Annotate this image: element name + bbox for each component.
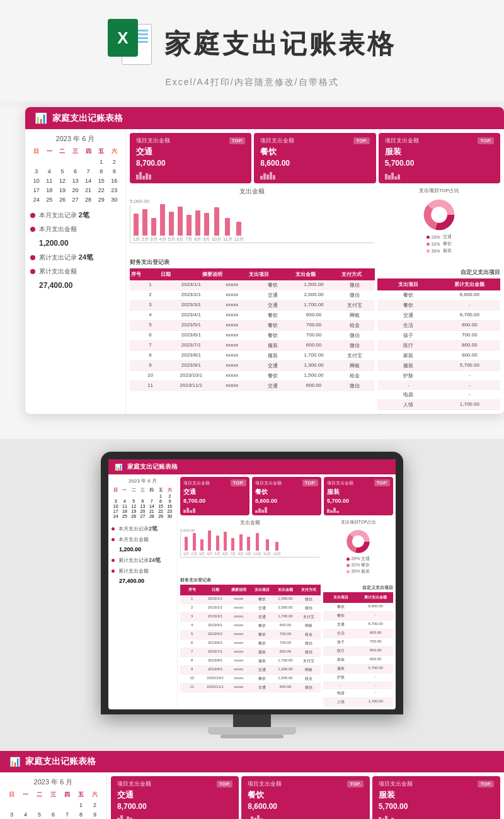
- stat-total-records: 累计支出记录 24笔: [30, 253, 120, 262]
- bottom-card-clothing: 项目支出金额 TOP. 服装 5,700.00: [372, 776, 500, 819]
- bottom-calendar-header: 2023 年 6 月: [5, 777, 101, 787]
- monitor-sheet-title: 家庭支出记账表格: [127, 462, 178, 471]
- monitor-wrapper: 📊 家庭支出记账表格 2023 年 6 月 日 一二三 四五 六 12: [101, 452, 403, 738]
- main-table: 序号 日期 摘要说明 支出项目 支出金额 支付方式 12023/1/1xxxxx…: [130, 268, 375, 410]
- monitor-charts-row: 支出金额 5,000.00 1月 2月 3月 4月 5月 6月 7月: [180, 519, 393, 575]
- stat-monthly-amount-value: 1,200.00: [39, 239, 120, 248]
- calendar-grid: 日 一 二 三 四 五 六 1 2 3 4 5 6: [30, 146, 120, 204]
- bar-may: 5月: [168, 212, 175, 243]
- bottom-top-cards: 项目支出金额 TOP. 交通 8,700.00: [111, 776, 500, 819]
- stat-monthly-records: 本月支出记录 2笔: [30, 210, 120, 220]
- table-row: 82023/8/1xxxxx服装1,700.00支付宝: [130, 351, 375, 361]
- table-row: 人情1,700.00: [377, 400, 500, 410]
- top-card-transport: 项目支出金额 TOP. 交通 8,700.00: [130, 133, 251, 183]
- top-preview-area: 📊 家庭支出记账表格 2023 年 6 月 日 一 二 三 四 五 六: [0, 107, 504, 439]
- table-row: 72023/7/1xxxxx服装600.00微信: [130, 341, 375, 351]
- monitor-left: 2023 年 6 月 日 一二三 四五 六 12 3456789 1011121…: [108, 474, 178, 709]
- main-title: 家庭支出记账表格: [164, 26, 396, 62]
- monitor-frame: 📊 家庭支出记账表格 2023 年 6 月 日 一二三 四五 六 12: [101, 452, 403, 714]
- donut-chart-container: 支出项目TOP占比: [378, 187, 500, 255]
- sheet-left-panel: 2023 年 6 月 日 一 二 三 四 五 六 1 2 3: [25, 129, 126, 414]
- top-sheet-preview: 📊 家庭支出记账表格 2023 年 6 月 日 一 二 三 四 五 六: [25, 107, 504, 414]
- bottom-left-panel: 2023 年 6 月 日 一 二 三 四 五 六 1 2 3: [0, 772, 107, 819]
- table-row: 交通8,700.00: [377, 311, 500, 321]
- bottom-card-transport: 项目支出金额 TOP. 交通 8,700.00: [111, 776, 239, 819]
- table-row: 12023/1/1xxxxx餐饮1,500.00微信: [130, 280, 375, 290]
- bar-apr: 4月: [159, 204, 166, 243]
- stats-block: 本月支出记录 2笔 本月支出金额 1,200.00 累计支出记录 24笔: [30, 210, 120, 290]
- donut-legend: 29% 交通 32% 餐饮 39% 服装: [427, 234, 451, 255]
- stat-total-amount-value: 27,400.00: [39, 281, 120, 290]
- table-row: 电器-: [377, 390, 500, 400]
- sheet-header-top: 📊 家庭支出记账表格: [25, 107, 504, 129]
- bar-nov: 11月: [223, 218, 232, 243]
- bottom-sheet: 📊 家庭支出记账表格 2023 年 6 月 日 一 二 三 四 五 六: [0, 751, 504, 819]
- bar-dec: 12月: [234, 222, 244, 243]
- side-table: 自定义支出项目 支出项目 累计支出金额 餐饮8,600.00 餐饮- 交通8,7…: [377, 268, 500, 410]
- monitor-top-cards: 项目支出金额 TOP. 交通 8,700.00: [180, 477, 393, 515]
- svg-point-7: [353, 536, 364, 547]
- donut-title: 支出项目TOP占比: [419, 187, 459, 194]
- sheet-body-top: 2023 年 6 月 日 一 二 三 四 五 六 1 2 3: [25, 129, 504, 414]
- monitor-chart-icon: 📊: [115, 464, 122, 471]
- bar-chart-title: 支出金额: [130, 187, 374, 196]
- table-row: 52023/5/1xxxxx餐饮700.00租金: [130, 321, 375, 331]
- table-section-title: 财务支出登记表: [130, 258, 500, 266]
- bar-aug: 8月: [194, 210, 201, 243]
- excel-icon: X: [108, 19, 152, 69]
- table-row: 家装600.00: [377, 351, 500, 361]
- header-top: X 家庭支出记账表格: [108, 19, 396, 69]
- bar-jun: 6月: [177, 207, 184, 243]
- table-row: 42023/4/1xxxxx餐饮600.00网银: [130, 311, 375, 321]
- bottom-calendar-grid: 日 一 二 三 四 五 六 1 2 3 4 5 6: [5, 789, 101, 819]
- monitor-sheet-header: 📊 家庭支出记账表格: [108, 459, 396, 474]
- donut-svg: [420, 196, 458, 234]
- table-row: --: [377, 381, 500, 390]
- monitor-section: 📊 家庭支出记账表格 2023 年 6 月 日 一二三 四五 六 12: [0, 439, 504, 751]
- bar-sep: 9月: [203, 213, 210, 243]
- monitor-calendar: 日 一二三 四五 六 12 3456789 10111213141516 171…: [112, 487, 174, 518]
- monitor-right: 项目支出金额 TOP. 交通 8,700.00: [178, 474, 396, 709]
- monitor-stand: [220, 735, 284, 738]
- bar-mar: 3月: [151, 218, 158, 243]
- table-row: 孩子700.00: [377, 331, 500, 341]
- chart-icon: 📊: [35, 112, 47, 124]
- calendar-header: 2023 年 6 月: [30, 134, 120, 144]
- table-row: 92023/9/1xxxxx交通1,300.00网银: [130, 361, 375, 371]
- table-row: 62023/6/1xxxxx餐饮700.00微信: [130, 331, 375, 341]
- table-row: 餐饮8,600.00: [377, 290, 500, 301]
- charts-row: 支出金额 5,000.00 1月 2月 3月 4月 5月 6月 7月 8月 9月: [130, 187, 500, 255]
- table-row: 102023/10/1xxxxx餐饮1,500.00租金: [130, 371, 375, 381]
- bar-jan: 1月: [133, 214, 140, 243]
- bottom-chart-icon: 📊: [9, 757, 20, 767]
- monitor-screen: 📊 家庭支出记账表格 2023 年 6 月 日 一二三 四五 六 12: [108, 459, 396, 709]
- side-table-header: 支出项目 累计支出金额: [377, 278, 500, 290]
- stat-total-amount: 累计支出金额: [30, 267, 120, 276]
- bottom-right-panel: 项目支出金额 TOP. 交通 8,700.00: [107, 772, 504, 819]
- top-cards: 项目支出金额 TOP. 交通 8,700.00: [130, 133, 500, 183]
- monitor-neck: [233, 714, 271, 727]
- bar-jul: 7月: [185, 215, 192, 243]
- table-row: 医疗800.00: [377, 341, 500, 351]
- table-row: 22023/2/1xxxxx交通2,000.00微信: [130, 290, 375, 301]
- table-row: 32023/3/1xxxxx交通1,700.00支付宝: [130, 301, 375, 311]
- bottom-section: 📊 家庭支出记账表格 2023 年 6 月 日 一 二 三 四 五 六: [0, 751, 504, 819]
- table-row: 112023/11/1xxxxx交通600.00微信: [130, 381, 375, 391]
- monitor-base: [208, 727, 296, 735]
- bottom-card-food: 项目支出金额 TOP. 餐饮 8,600.00: [241, 776, 369, 819]
- bottom-sheet-body: 2023 年 6 月 日 一 二 三 四 五 六 1 2 3: [0, 772, 504, 819]
- bar-feb: 2月: [142, 209, 149, 243]
- top-card-clothing: 项目支出金额 TOP. 服装 5,700.00: [379, 133, 500, 183]
- bar-chart-container: 支出金额 5,000.00 1月 2月 3月 4月 5月 6月 7月 8月 9月: [130, 187, 374, 243]
- sheet-right-panel: 项目支出金额 TOP. 交通 8,700.00: [126, 129, 504, 414]
- bar-oct: 10月: [212, 207, 221, 243]
- subtitle: Excel/A4打印/内容随意修改/自带格式: [165, 77, 338, 88]
- top-card-food: 项目支出金额 TOP. 餐饮 8,600.00: [254, 133, 375, 183]
- sheet-title-top: 家庭支出记账表格: [52, 113, 123, 124]
- data-table-area: 序号 日期 摘要说明 支出项目 支出金额 支付方式 12023/1/1xxxxx…: [130, 268, 500, 410]
- table-row: 服装5,700.00: [377, 361, 500, 371]
- side-table-title: 自定义支出项目: [377, 268, 500, 277]
- svg-point-3: [432, 208, 447, 222]
- bottom-sheet-title: 家庭支出记账表格: [25, 756, 96, 767]
- bottom-sheet-header: 📊 家庭支出记账表格: [0, 751, 504, 772]
